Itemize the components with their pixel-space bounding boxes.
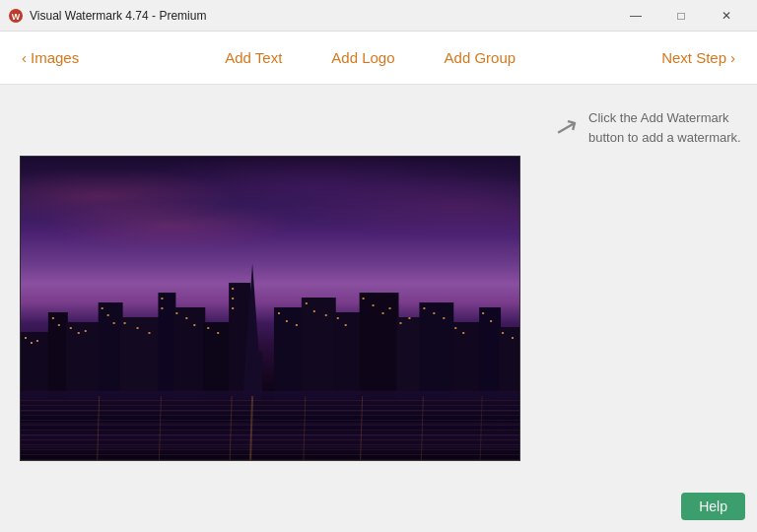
svg-rect-51 xyxy=(325,314,327,316)
svg-rect-28 xyxy=(78,332,80,334)
svg-rect-62 xyxy=(443,317,445,319)
minimize-button[interactable]: — xyxy=(613,0,658,32)
svg-rect-19 xyxy=(451,322,481,401)
svg-rect-13 xyxy=(274,307,304,401)
hint-area: ↖ Click the Add Watermark button to add … xyxy=(556,108,741,147)
svg-rect-3 xyxy=(48,312,68,401)
svg-rect-68 xyxy=(512,337,514,339)
city-skyline xyxy=(21,253,519,401)
svg-rect-52 xyxy=(337,317,339,319)
title-bar: W Visual Watermark 4.74 - Premium — □ ✕ xyxy=(0,0,757,32)
svg-rect-53 xyxy=(345,324,347,326)
svg-rect-54 xyxy=(363,298,365,299)
svg-rect-39 xyxy=(185,317,187,319)
maximize-button[interactable]: □ xyxy=(658,0,704,32)
svg-rect-25 xyxy=(52,317,54,319)
svg-line-74 xyxy=(361,396,363,460)
svg-rect-65 xyxy=(482,312,484,314)
svg-rect-14 xyxy=(302,298,336,401)
svg-rect-43 xyxy=(232,288,234,290)
image-area xyxy=(0,85,540,532)
svg-rect-22 xyxy=(25,337,27,339)
add-group-button[interactable]: Add Group xyxy=(435,43,526,72)
main-area: ↖ Click the Add Watermark button to add … xyxy=(0,85,757,532)
back-label: Images xyxy=(31,49,79,66)
image-canvas xyxy=(20,156,520,461)
svg-rect-30 xyxy=(102,307,103,309)
svg-rect-7 xyxy=(158,293,175,401)
svg-rect-63 xyxy=(454,327,456,329)
svg-rect-4 xyxy=(66,322,101,401)
svg-text:W: W xyxy=(12,12,21,22)
close-button[interactable]: ✕ xyxy=(704,0,749,32)
svg-rect-55 xyxy=(373,304,375,306)
next-step-button[interactable]: Next Step › xyxy=(652,43,745,72)
svg-line-72 xyxy=(250,396,252,460)
svg-rect-46 xyxy=(278,312,280,314)
svg-rect-42 xyxy=(217,332,219,334)
svg-rect-31 xyxy=(107,314,109,316)
svg-rect-15 xyxy=(334,312,362,401)
svg-rect-57 xyxy=(389,307,391,309)
svg-rect-17 xyxy=(396,317,421,401)
app-title: Visual Watermark 4.74 - Premium xyxy=(30,9,206,23)
svg-rect-5 xyxy=(99,302,123,401)
svg-rect-6 xyxy=(121,317,161,401)
svg-rect-44 xyxy=(232,298,234,299)
svg-rect-66 xyxy=(490,320,492,322)
help-button[interactable]: Help xyxy=(681,493,745,520)
svg-line-75 xyxy=(421,396,423,460)
toolbar-actions: Add Text Add Logo Add Group xyxy=(89,43,652,72)
add-text-button[interactable]: Add Text xyxy=(215,43,292,72)
svg-rect-49 xyxy=(306,302,308,304)
svg-rect-37 xyxy=(161,307,163,309)
toolbar: ‹ Images Add Text Add Logo Add Group Nex… xyxy=(0,32,757,85)
svg-rect-16 xyxy=(360,293,399,401)
svg-line-71 xyxy=(230,396,232,460)
svg-rect-26 xyxy=(58,324,60,326)
hint-text: Click the Add Watermark button to add a … xyxy=(588,108,741,147)
right-panel: ↖ Click the Add Watermark button to add … xyxy=(540,85,757,532)
svg-line-76 xyxy=(480,396,482,460)
svg-rect-24 xyxy=(36,340,38,342)
svg-rect-58 xyxy=(399,322,401,324)
app-icon: W xyxy=(8,8,24,24)
svg-rect-50 xyxy=(313,310,315,312)
svg-rect-35 xyxy=(148,332,150,334)
svg-rect-27 xyxy=(70,327,72,329)
svg-rect-34 xyxy=(137,327,139,329)
svg-rect-38 xyxy=(175,312,177,314)
water-reflections xyxy=(21,396,519,460)
svg-rect-45 xyxy=(232,307,234,309)
svg-rect-23 xyxy=(31,342,33,344)
svg-rect-47 xyxy=(286,320,288,322)
window-controls: — □ ✕ xyxy=(613,0,749,32)
svg-rect-67 xyxy=(502,332,504,334)
arrow-icon: ↖ xyxy=(552,108,583,146)
back-chevron-icon: ‹ xyxy=(22,49,27,66)
svg-rect-41 xyxy=(207,327,209,329)
svg-rect-32 xyxy=(113,322,115,324)
svg-line-69 xyxy=(98,396,100,460)
back-to-images-button[interactable]: ‹ Images xyxy=(12,43,89,72)
svg-rect-64 xyxy=(462,332,464,334)
svg-rect-56 xyxy=(382,312,384,314)
next-chevron-icon: › xyxy=(730,49,735,66)
svg-rect-21 xyxy=(499,327,519,401)
svg-rect-61 xyxy=(433,312,435,314)
svg-line-70 xyxy=(159,396,161,460)
svg-line-73 xyxy=(304,396,306,460)
svg-rect-29 xyxy=(85,330,87,332)
svg-rect-59 xyxy=(408,317,410,319)
svg-rect-36 xyxy=(161,298,163,299)
svg-rect-60 xyxy=(423,307,425,309)
svg-rect-40 xyxy=(193,324,195,326)
title-left: W Visual Watermark 4.74 - Premium xyxy=(8,8,206,24)
svg-rect-8 xyxy=(173,307,205,401)
add-logo-button[interactable]: Add Logo xyxy=(321,43,404,72)
svg-rect-18 xyxy=(419,302,453,401)
next-step-label: Next Step xyxy=(661,49,726,66)
svg-rect-48 xyxy=(296,324,298,326)
svg-rect-33 xyxy=(124,322,126,324)
